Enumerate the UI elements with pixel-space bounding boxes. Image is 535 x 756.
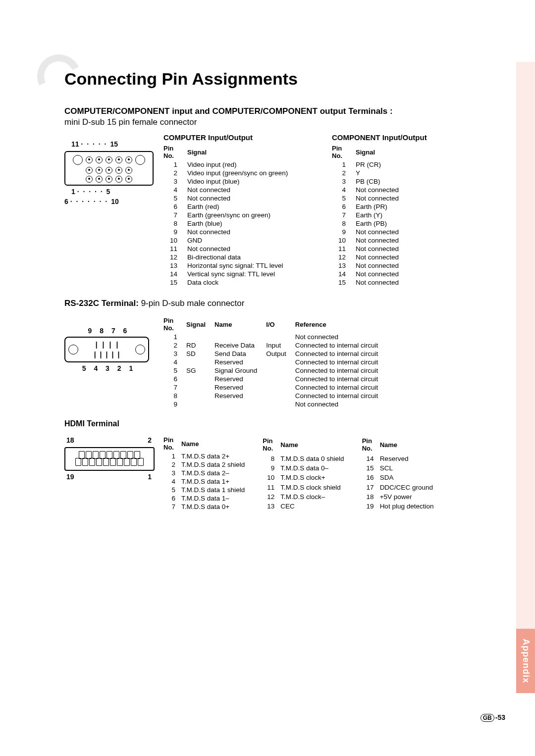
hdmi-table-col1: Pin No.Name 1T.M.D.S data 2+2T.M.D.S dat… <box>163 436 251 511</box>
dsub15-diagram: 11 · · · · · 15 <box>64 133 154 287</box>
cell <box>266 400 295 408</box>
cell: 15 <box>163 278 187 287</box>
computer-io-title: COMPUTER Input/Output <box>163 133 322 142</box>
cell: 12 <box>332 253 356 261</box>
cell: 10 <box>332 236 356 245</box>
cell: T.M.D.S clock+ <box>280 473 350 482</box>
table-row: 9Not connected <box>332 228 406 236</box>
cell: Not connected <box>356 261 406 270</box>
table-row: 16SDA <box>362 473 440 482</box>
cell: Connected to internal circuit <box>295 366 387 375</box>
cell: 18 <box>362 492 380 502</box>
cell <box>186 333 214 341</box>
cell: Connected to internal circuit <box>295 341 387 350</box>
cell: 8 <box>163 392 186 400</box>
cell: SG <box>186 366 214 375</box>
computer-io-column: COMPUTER Input/Output Pin No. Signal 1Vi… <box>163 133 322 287</box>
hdmi-diagram: 18 2 19 1 <box>64 436 154 511</box>
table-row: 2Y <box>332 169 406 177</box>
side-tab-background <box>516 62 535 656</box>
table-row: 4ReservedConnected to internal circuit <box>163 358 387 366</box>
table-row: 1PR (CR) <box>332 160 406 169</box>
dots-icon: · · · · · <box>77 188 107 196</box>
table-row: 13CEC <box>263 502 350 511</box>
cell: 7 <box>163 211 187 219</box>
pin-label-1: 1 <box>71 188 75 196</box>
cell: Y <box>356 169 406 177</box>
cell: 4 <box>163 477 181 486</box>
cell: 12 <box>263 492 280 502</box>
cell: Not connected <box>356 236 406 245</box>
region-badge: GB <box>481 714 494 722</box>
dsub9-top-labels: 9 8 7 6 <box>64 327 154 335</box>
cell: 11 <box>163 245 187 253</box>
cell <box>214 400 266 408</box>
cell: Not connected <box>356 228 406 236</box>
pin-label-15: 15 <box>110 140 118 148</box>
table-row: 12T.M.D.S clock– <box>263 492 350 502</box>
cell: T.M.D.S data 0+ <box>181 503 251 511</box>
table-row: 6T.M.D.S data 1– <box>163 494 251 503</box>
dsub9-bot-labels: 5 4 3 2 1 <box>64 364 154 372</box>
table-row: 7T.M.D.S data 0+ <box>163 503 251 511</box>
cell: 13 <box>263 502 280 511</box>
pin-label-2: 2 <box>148 436 152 444</box>
cell: Send Data <box>214 350 266 358</box>
cell: 8 <box>332 219 356 228</box>
cell: 11 <box>263 483 280 492</box>
cell: 9 <box>263 463 280 473</box>
table-row: 14Not connected <box>332 270 406 278</box>
cell: 9 <box>332 228 356 236</box>
cell: Not connected <box>356 194 406 202</box>
cell: Connected to internal circuit <box>295 358 387 366</box>
table-row: 9Not connected <box>163 400 387 408</box>
cell: 4 <box>163 358 186 366</box>
cell: 1 <box>332 160 356 169</box>
cell: Bi-directional data <box>187 253 295 261</box>
table-row: 12Not connected <box>332 253 406 261</box>
cell: PB (CB) <box>356 177 406 186</box>
table-row: 2Video input (green/sync on green) <box>163 169 295 177</box>
table-row: 7ReservedConnected to internal circuit <box>163 383 387 392</box>
section2-heading-bold: RS-232C Terminal: <box>64 299 139 308</box>
cell <box>266 366 295 375</box>
cell: 16 <box>362 473 380 482</box>
cell: 7 <box>163 383 186 392</box>
cell: 15 <box>362 463 380 473</box>
th-io: I/O <box>266 317 295 333</box>
cell: T.M.D.S data 2– <box>181 469 251 477</box>
table-row: 4Not connected <box>163 186 295 194</box>
cell: Not connected <box>295 333 387 341</box>
table-row: 7Earth (Y) <box>332 211 406 219</box>
cell: Video input (green/sync on green) <box>187 169 295 177</box>
cell <box>266 375 295 383</box>
cell: 4 <box>163 186 187 194</box>
cell: Output <box>266 350 295 358</box>
cell: 11 <box>332 245 356 253</box>
table-row: 5Not connected <box>163 194 295 202</box>
table-row: 10GND <box>163 236 295 245</box>
rs232-table: Pin No. Signal Name I/O Reference 1Not c… <box>163 317 387 408</box>
table-row: 5Not connected <box>332 194 406 202</box>
table-row: 18+5V power <box>362 492 440 502</box>
cell: 2 <box>163 169 187 177</box>
cell <box>186 400 214 408</box>
table-row: 15SCL <box>362 463 440 473</box>
cell: 13 <box>163 261 187 270</box>
pin-label-10: 10 <box>111 198 119 205</box>
table-row: 17DDC/CEC ground <box>362 483 440 492</box>
cell: 6 <box>163 375 186 383</box>
cell: Hot plug detection <box>380 502 440 511</box>
cell: Reserved <box>214 392 266 400</box>
section1-sub: mini D-sub 15 pin female connector <box>64 117 490 127</box>
cell: T.M.D.S data 0 shield <box>280 454 350 463</box>
cell: +5V power <box>380 492 440 502</box>
pin-label-19: 19 <box>66 473 74 481</box>
cell: 17 <box>362 483 380 492</box>
page-number: GB-53 <box>481 713 505 721</box>
table-row: 15Not connected <box>332 278 406 287</box>
cell: Reserved <box>214 358 266 366</box>
table-row: 6Earth (PR) <box>332 202 406 211</box>
cell: 9 <box>163 228 187 236</box>
table-row: 6Earth (red) <box>163 202 295 211</box>
